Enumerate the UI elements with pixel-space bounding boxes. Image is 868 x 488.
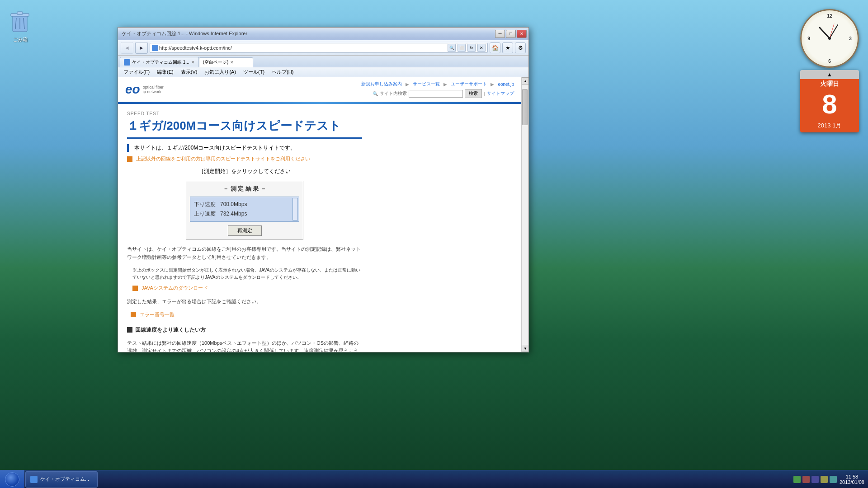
menu-bar: ファイル(F) 編集(E) 表示(V) お気に入り(A) ツール(T) ヘルプ(… [118,67,528,77]
svg-point-13 [828,37,831,40]
svg-text:3: 3 [849,36,852,41]
note-paragraph: ※上のボックスに測定開始ボタンが正しく表示されない場合、JAVAのシステムが存在… [127,267,362,281]
upload-speed-label: 上り速度 [194,211,216,217]
recycle-bin[interactable]: ごみ箱 [9,9,31,43]
clock-face: 12 3 6 9 [800,9,859,68]
tab-1-favicon [124,59,130,66]
measurement-box: － 測 定 結 果 － 下り速度 700.0Mbps 上り速度 732.4Mbp… [186,181,303,240]
network-icon [793,476,801,483]
taskbar-clock: 11:58 2013/01/08 [840,474,864,485]
battery-icon [821,476,828,483]
taskbar-browser-item[interactable]: ケイ・オプティコム... [25,471,98,488]
address-search-btn[interactable]: 🔍 [448,44,456,52]
nav-service-list[interactable]: サービス一覧 [413,81,440,87]
scrollbar-track[interactable] [522,84,528,345]
calendar-date: 8 [800,89,859,120]
tab-1-label: ケイ・オプティコム回線 1... [132,59,189,66]
browser-content: eo optical fiber ip network 新規お申し込み案内 ▶ … [118,77,521,352]
tab-1[interactable]: ケイ・オプティコム回線 1... ✕ [120,57,199,67]
calendar-header: ▲ [800,70,859,79]
back-button[interactable]: ◄ [121,42,133,54]
recycle-bin-label: ごみ箱 [9,36,31,43]
search-label: サイト内検索 [380,90,407,97]
error-link[interactable]: エラー番号一覧 [140,311,175,318]
scrollbar-up[interactable]: ▲ [522,77,528,84]
search-input[interactable] [409,90,463,98]
minimize-button[interactable]: ─ [495,30,505,38]
page-title: １ギガ/200Mコース向けスピードテスト [127,118,362,139]
recycle-bin-icon [9,9,31,33]
site-main: SPEED TEST １ギガ/200Mコース向けスピードテスト 本サイトは、１ギ… [118,104,371,352]
site-logo-eo: eo [125,82,140,97]
measurement-title: － 測 定 結 果 － [190,185,299,193]
favorites-star-button[interactable]: ★ [502,42,513,53]
taskbar-browser-icon [30,476,38,483]
calendar-year-month: 2013 1月 [800,120,859,132]
scrollbar-thumb[interactable] [522,89,528,125]
orange-square-icon [127,156,132,162]
language-icon [830,476,837,483]
svg-text:9: 9 [807,36,810,41]
sitemap-link[interactable]: サイトマップ [487,90,514,97]
java-download-link[interactable]: JAVAシステムのダウンロード [142,285,208,291]
calendar-header-text: ▲ [827,71,832,78]
tab-bar: ケイ・オプティコム回線 1... ✕ (空白ページ) ✕ [118,56,528,67]
error-note: 測定した結果、エラーが出る場合は下記をご確認ください。 [127,298,362,306]
svg-line-10 [820,28,830,38]
clock-widget: 12 3 6 9 [800,9,859,68]
calendar-widget: ▲ 火曜日 8 2013 1月 [800,70,859,132]
settings-button[interactable]: ⚙ [515,42,526,53]
other-link[interactable]: 上記以外の回線をご利用の方は専用のスピードテストサイトをご利用ください [136,155,310,162]
menu-help[interactable]: ヘルプ(H) [268,68,297,76]
taskbar-date-display: 2013/01/08 [840,479,864,485]
tab-2[interactable]: (空白ページ) ✕ [199,57,253,67]
taskbar: ケイ・オプティコム... 11:58 2013/01/08 [0,470,868,488]
system-tray-icons [793,476,837,483]
calendar-day-name: 火曜日 [800,79,859,89]
start-button[interactable] [0,470,24,488]
nav-eonet[interactable]: eonet.jp [498,82,514,87]
nav-user-support[interactable]: ユーザーサポート [451,81,487,87]
window-controls: ─ □ ✕ [495,30,527,38]
home-button[interactable]: 🏠 [490,42,500,53]
site-logo-line1: optical fiber [143,85,164,89]
result-scrollbar[interactable] [292,198,298,221]
browser-scrollbar: ▲ ▼ [521,77,528,352]
menu-file[interactable]: ファイル(F) [120,68,153,76]
tab-2-label: (空白ページ) [203,59,229,66]
error-link-row: エラー番号一覧 [127,311,362,318]
description-text: 本サイトは、１ギガ/200Mコース向けスピードテストサイトです。 [127,144,362,152]
speed-improve-text: テスト結果には弊社の回線速度（100Mbpsベストエフォート型）のほか、パソコン… [127,339,362,352]
site-header: eo optical fiber ip network 新規お申し込み案内 ▶ … [118,77,521,102]
download-speed-label: 下り速度 [194,201,216,207]
nav-separator-2: | [484,91,485,96]
address-refresh-btn[interactable]: ↻ [467,44,476,52]
maximize-button[interactable]: □ [506,30,516,38]
menu-favorites[interactable]: お気に入り(A) [201,68,240,76]
forward-button[interactable]: ► [135,42,148,54]
menu-view[interactable]: 表示(V) [177,68,201,76]
address-stop-btn[interactable]: ✕ [477,44,486,52]
tab-1-close[interactable]: ✕ [191,60,195,65]
tab-2-close[interactable]: ✕ [230,60,234,65]
orange-square-error [131,312,136,317]
address-favicon [152,45,158,51]
search-button[interactable]: 検索 [465,89,482,98]
speed-improve-heading: 回線速度をより速くしたい方 [135,326,206,334]
address-text[interactable]: http://speedtestv4.k-opti.com/inc/ [159,45,232,51]
svg-rect-2 [17,12,23,14]
scrollbar-down[interactable]: ▼ [522,345,528,352]
description-main: 本サイトは、１ギガ/200Mコース向けスピードテストサイトです。 [134,145,296,151]
menu-tools[interactable]: ツール(T) [240,68,268,76]
nav-new-application[interactable]: 新規お申し込み案内 [361,81,402,87]
menu-edit[interactable]: 編集(E) [153,68,177,76]
close-button[interactable]: ✕ [517,30,527,38]
volume-icon [811,476,819,483]
address-compat-btn[interactable]: ⬜ [458,44,466,52]
start-orb [5,472,19,487]
black-square-icon [127,327,132,333]
speed-test-label: SPEED TEST [127,111,362,116]
download-speed-value: 700.0Mbps [220,201,247,207]
browser-title-text: ケイ・オプティコム回線 1... - Windows Internet Expl… [120,30,495,37]
remeasure-button[interactable]: 再測定 [228,225,262,236]
